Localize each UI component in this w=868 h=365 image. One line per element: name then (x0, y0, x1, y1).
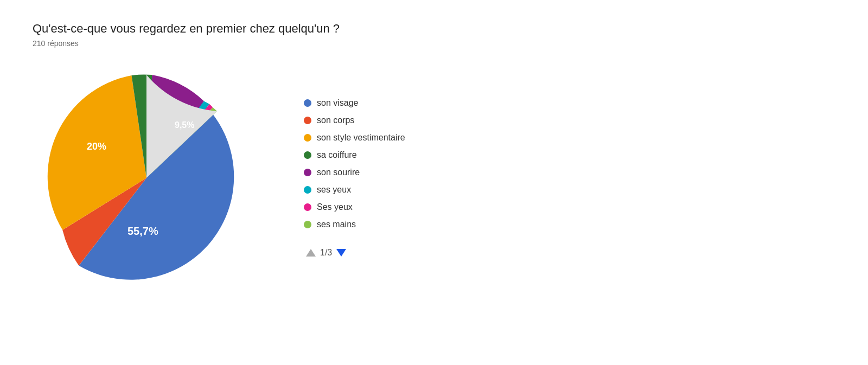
page-current: 1 (320, 248, 325, 257)
legend-dot-7 (304, 221, 311, 228)
legend-dot-2 (304, 134, 311, 142)
page-total: 3 (327, 248, 332, 257)
label-95: 9,5% (175, 120, 194, 130)
legend-dot-1 (304, 117, 311, 124)
page-indicator: 1/3 (320, 248, 332, 258)
legend-item-7: ses mains (304, 220, 405, 229)
legend-label-0: son visage (317, 98, 359, 108)
label-557: 55,7% (127, 225, 158, 237)
legend-item-2: son style vestimentaire (304, 133, 405, 143)
legend-item-3: sa coiffure (304, 150, 405, 160)
pie-chart: 55,7% 20% 9,5% (33, 64, 260, 292)
legend: son visage son corps son style vestiment… (304, 98, 405, 258)
legend-item-1: son corps (304, 116, 405, 125)
legend-label-6: Ses yeux (317, 202, 353, 212)
response-count: 210 réponses (33, 39, 835, 48)
legend-dot-4 (304, 169, 311, 176)
legend-label-5: ses yeux (317, 185, 351, 195)
label-20: 20% (87, 141, 106, 152)
prev-page-icon[interactable] (306, 249, 316, 257)
next-page-icon[interactable] (336, 249, 346, 257)
legend-dot-5 (304, 186, 311, 194)
legend-label-2: son style vestimentaire (317, 133, 405, 143)
legend-item-5: ses yeux (304, 185, 405, 195)
legend-dot-6 (304, 203, 311, 211)
legend-label-4: son sourire (317, 168, 360, 177)
legend-item-4: son sourire (304, 168, 405, 177)
legend-label-1: son corps (317, 116, 354, 125)
legend-item-0: son visage (304, 98, 405, 108)
page-container: Qu'est-ce-que vous regardez en premier c… (0, 0, 868, 313)
legend-label-3: sa coiffure (317, 150, 357, 160)
legend-dot-3 (304, 151, 311, 159)
pie-svg: 55,7% 20% 9,5% (33, 64, 260, 292)
pagination: 1/3 (306, 248, 405, 258)
chart-area: 55,7% 20% 9,5% son visage son corps son … (33, 64, 835, 292)
legend-label-7: ses mains (317, 220, 356, 229)
legend-dot-0 (304, 99, 311, 107)
legend-item-6: Ses yeux (304, 202, 405, 212)
question-title: Qu'est-ce-que vous regardez en premier c… (33, 22, 835, 36)
